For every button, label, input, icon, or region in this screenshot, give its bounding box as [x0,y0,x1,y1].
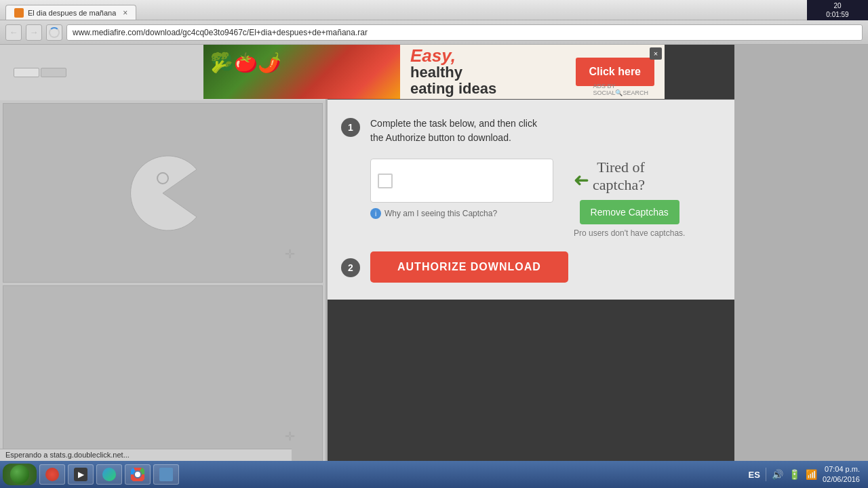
step2-badge: 2 [341,258,360,277]
tab-favicon [14,8,24,18]
browser-navbar: ← → [0,20,868,45]
title-clock: 20 0:01:59 [807,0,868,20]
back-button[interactable]: ← [5,24,22,41]
info-icon: i [370,208,381,219]
download-body: 1 Complete the task below, and then clic… [328,100,734,300]
browser-titlebar: El dia despues de mañana × _ □ × 20 0:01… [0,0,868,20]
captcha-left: i Why am I seeing this Captcha? [370,159,553,219]
ad-easy-text: Easy, [410,47,566,64]
tab-buttons [14,68,66,77]
ad-text-area: Easy, healthyeating ideas [400,45,576,99]
tired-row: ➜ Tired ofcaptcha? [574,159,685,195]
active-tab[interactable]: El dia despues de mañana × [5,5,136,20]
forward-button[interactable]: → [26,24,42,41]
captcha-info[interactable]: i Why am I seeing this Captcha? [370,208,553,219]
remove-captcha-button[interactable]: Remove Captchas [580,200,679,224]
ad-close-button[interactable]: × [650,47,662,60]
ads-by-label: ADS BYSOCIAL🔍SEARCH [593,83,648,96]
pro-users-text: Pro users don't have captchas. [574,228,685,238]
loading-spinner [49,27,60,38]
taskbar-date: 02/06/2016 [823,474,860,485]
tab-button-1[interactable] [14,68,39,77]
start-button[interactable] [3,464,37,485]
taskbar-icon-chrome [131,468,144,481]
tab-button-2[interactable] [41,68,66,77]
pacman-graphic [122,152,203,234]
taskbar-icon-3 [102,468,116,481]
taskbar-icon-4 [159,468,173,481]
pacman-svg [122,152,203,234]
forward-icon: → [30,27,39,37]
arrow-icon: ➜ [574,169,589,191]
authorize-download-button[interactable]: AUTHORIZE DOWNLOAD [370,251,568,283]
captcha-question-text: Why am I seeing this Captcha? [384,209,497,218]
speaker-icon: 🔊 [772,469,783,480]
taskbar-right: ES 🔊 🔋 📶 07:04 p.m. 02/06/2016 [749,464,865,485]
ad-food-image [203,45,400,99]
taskbar-icon-2: ▶ [74,468,87,481]
tired-captcha-area: ➜ Tired ofcaptcha? Remove Captchas Pro u… [574,159,685,238]
language-indicator: ES [749,470,760,480]
status-text: Esperando a stats.g.doubleclick.net... [5,451,130,459]
status-bar: Esperando a stats.g.doubleclick.net... [0,449,292,461]
taskbar-time: 07:04 p.m. [823,464,860,474]
divider [766,468,766,481]
clock-bottom: 0:01:59 [826,10,848,19]
image-placeholder-bottom: ✛ [3,285,323,465]
tab-close-button[interactable]: × [123,8,127,18]
step1-badge: 1 [341,118,360,137]
start-orb [10,465,29,484]
svg-point-4 [135,472,140,477]
main-panel: Preparing to download: El dia despues de… [328,45,734,468]
captcha-checkbox[interactable] [378,174,393,188]
taskbar-icon-1 [45,468,59,481]
taskbar-app-chrome[interactable] [125,464,151,485]
step1-row: 1 Complete the task below, and then clic… [341,117,721,145]
taskbar-app-1[interactable] [39,464,65,485]
ad-subtitle: healthyeating ideas [410,64,566,97]
reload-button[interactable] [46,24,62,41]
clock-top: 20 [833,1,841,10]
battery-icon: 🔋 [789,469,800,480]
address-bar[interactable] [66,24,863,41]
taskbar-app-2[interactable]: ▶ [68,464,94,485]
image-placeholder-top: ✛ [3,103,323,283]
ad-banner: Easy, healthyeating ideas Click here × A… [203,45,665,99]
left-content: ✛ ✛ [0,100,326,468]
step2-row: 2 AUTHORIZE DOWNLOAD [341,251,721,283]
download-card: Preparing to download: El dia despues de… [328,45,734,468]
cursor-placeholder: ✛ [285,247,295,262]
tab-title: El dia despues de mañana [28,9,116,17]
cursor-placeholder-2: ✛ [285,429,295,444]
captcha-section: i Why am I seeing this Captcha? ➜ Tired … [370,159,721,238]
left-sidebar: ✛ ✛ [0,45,326,468]
page-background: Easy, healthyeating ideas Click here × A… [0,45,868,468]
tab-area: El dia despues de mañana × [5,0,821,20]
taskbar-app-3[interactable] [96,464,122,485]
step1-text: Complete the task below, and then clickt… [370,117,537,145]
taskbar: ▶ ES 🔊 🔋 📶 07:04 p.m. 02/06/2016 [0,461,868,488]
tired-text: Tired ofcaptcha? [593,159,645,195]
ad-click-here-button[interactable]: Click here [576,58,654,86]
back-icon: ← [9,27,18,37]
taskbar-app-4[interactable] [153,464,179,485]
taskbar-clock: 07:04 p.m. 02/06/2016 [823,464,860,485]
signal-icon: 📶 [806,469,817,480]
remove-captcha-section: Remove Captchas Pro users don't have cap… [574,195,685,238]
captcha-box[interactable] [370,159,553,203]
